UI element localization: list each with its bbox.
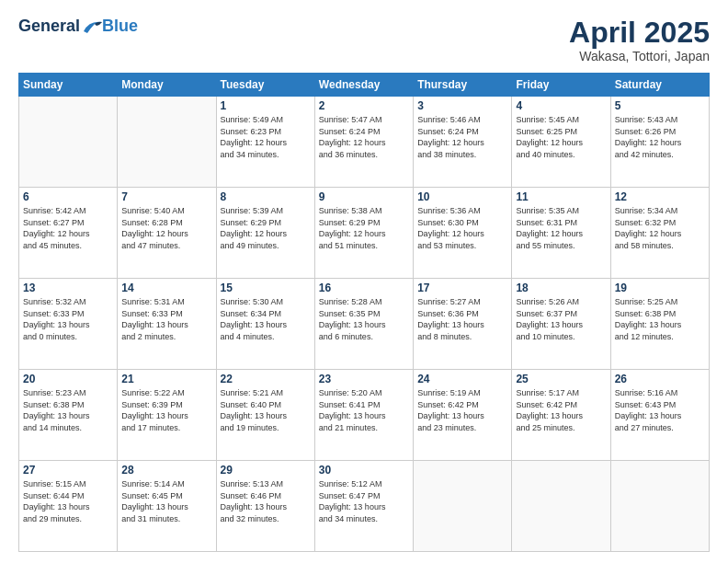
day-number: 25 (516, 373, 606, 385)
column-header-wednesday: Wednesday (314, 74, 413, 97)
day-info: Sunrise: 5:38 AM Sunset: 6:29 PM Dayligh… (319, 205, 409, 251)
day-info: Sunrise: 5:12 AM Sunset: 6:47 PM Dayligh… (319, 478, 409, 524)
calendar-cell: 24Sunrise: 5:19 AM Sunset: 6:42 PM Dayli… (414, 370, 512, 461)
week-row-4: 20Sunrise: 5:23 AM Sunset: 6:38 PM Dayli… (19, 370, 710, 461)
calendar-cell: 28Sunrise: 5:14 AM Sunset: 6:45 PM Dayli… (118, 461, 216, 552)
calendar-cell: 15Sunrise: 5:30 AM Sunset: 6:34 PM Dayli… (216, 279, 314, 370)
day-number: 2 (319, 99, 409, 112)
week-row-5: 27Sunrise: 5:15 AM Sunset: 6:44 PM Dayli… (19, 461, 710, 552)
column-header-sunday: Sunday (19, 74, 118, 97)
day-info: Sunrise: 5:20 AM Sunset: 6:41 PM Dayligh… (319, 387, 409, 433)
calendar-cell: 13Sunrise: 5:32 AM Sunset: 6:33 PM Dayli… (19, 279, 118, 370)
title-block: April 2025 Wakasa, Tottori, Japan (569, 17, 710, 63)
day-info: Sunrise: 5:47 AM Sunset: 6:24 PM Dayligh… (319, 114, 409, 160)
day-info: Sunrise: 5:28 AM Sunset: 6:35 PM Dayligh… (319, 296, 409, 342)
column-header-thursday: Thursday (414, 74, 512, 97)
calendar-cell: 16Sunrise: 5:28 AM Sunset: 6:35 PM Dayli… (314, 279, 413, 370)
day-info: Sunrise: 5:35 AM Sunset: 6:31 PM Dayligh… (516, 205, 606, 251)
day-info: Sunrise: 5:42 AM Sunset: 6:27 PM Dayligh… (23, 205, 113, 251)
logo-bird-icon (82, 18, 102, 35)
day-info: Sunrise: 5:49 AM Sunset: 6:23 PM Dayligh… (221, 114, 311, 160)
calendar-cell (512, 461, 610, 552)
day-number: 12 (615, 190, 705, 203)
day-info: Sunrise: 5:13 AM Sunset: 6:46 PM Dayligh… (221, 478, 311, 524)
calendar-cell: 5Sunrise: 5:43 AM Sunset: 6:26 PM Daylig… (610, 97, 709, 188)
day-info: Sunrise: 5:32 AM Sunset: 6:33 PM Dayligh… (23, 296, 113, 342)
day-number: 6 (23, 190, 113, 203)
day-number: 11 (516, 190, 606, 203)
calendar-cell: 23Sunrise: 5:20 AM Sunset: 6:41 PM Dayli… (314, 370, 413, 461)
day-number: 28 (121, 464, 211, 477)
day-number: 23 (319, 373, 409, 385)
calendar-cell: 7Sunrise: 5:40 AM Sunset: 6:28 PM Daylig… (118, 188, 216, 279)
day-info: Sunrise: 5:30 AM Sunset: 6:34 PM Dayligh… (221, 296, 311, 342)
week-row-2: 6Sunrise: 5:42 AM Sunset: 6:27 PM Daylig… (19, 188, 710, 279)
calendar-cell: 11Sunrise: 5:35 AM Sunset: 6:31 PM Dayli… (512, 188, 610, 279)
header: General Blue April 2025 Wakasa, Tottori,… (18, 17, 710, 63)
logo: General Blue (18, 17, 138, 36)
calendar-cell: 1Sunrise: 5:49 AM Sunset: 6:23 PM Daylig… (216, 97, 314, 188)
logo-general: General (18, 17, 80, 36)
day-number: 7 (121, 190, 211, 203)
day-number: 24 (417, 373, 507, 385)
day-number: 22 (221, 373, 311, 385)
week-row-1: 1Sunrise: 5:49 AM Sunset: 6:23 PM Daylig… (19, 97, 710, 188)
calendar-cell: 10Sunrise: 5:36 AM Sunset: 6:30 PM Dayli… (414, 188, 512, 279)
calendar-cell: 17Sunrise: 5:27 AM Sunset: 6:36 PM Dayli… (414, 279, 512, 370)
day-info: Sunrise: 5:19 AM Sunset: 6:42 PM Dayligh… (417, 387, 507, 433)
day-info: Sunrise: 5:21 AM Sunset: 6:40 PM Dayligh… (221, 387, 311, 433)
day-number: 3 (417, 99, 507, 112)
calendar-cell: 30Sunrise: 5:12 AM Sunset: 6:47 PM Dayli… (314, 461, 413, 552)
day-info: Sunrise: 5:40 AM Sunset: 6:28 PM Dayligh… (121, 205, 211, 251)
day-number: 1 (221, 99, 311, 112)
calendar-cell: 25Sunrise: 5:17 AM Sunset: 6:42 PM Dayli… (512, 370, 610, 461)
day-number: 14 (121, 282, 211, 294)
calendar-cell: 20Sunrise: 5:23 AM Sunset: 6:38 PM Dayli… (19, 370, 118, 461)
day-number: 17 (417, 282, 507, 294)
calendar-cell: 2Sunrise: 5:47 AM Sunset: 6:24 PM Daylig… (314, 97, 413, 188)
day-info: Sunrise: 5:43 AM Sunset: 6:26 PM Dayligh… (615, 114, 705, 160)
day-info: Sunrise: 5:26 AM Sunset: 6:37 PM Dayligh… (516, 296, 606, 342)
day-number: 10 (417, 190, 507, 203)
day-info: Sunrise: 5:17 AM Sunset: 6:42 PM Dayligh… (516, 387, 606, 433)
column-header-saturday: Saturday (610, 74, 709, 97)
week-row-3: 13Sunrise: 5:32 AM Sunset: 6:33 PM Dayli… (19, 279, 710, 370)
day-number: 19 (615, 282, 705, 294)
calendar-cell (414, 461, 512, 552)
day-number: 16 (319, 282, 409, 294)
calendar-cell: 4Sunrise: 5:45 AM Sunset: 6:25 PM Daylig… (512, 97, 610, 188)
day-number: 20 (23, 373, 113, 385)
calendar-cell (118, 97, 216, 188)
header-row: SundayMondayTuesdayWednesdayThursdayFrid… (19, 74, 710, 97)
day-number: 29 (221, 464, 311, 477)
calendar-cell: 27Sunrise: 5:15 AM Sunset: 6:44 PM Dayli… (19, 461, 118, 552)
day-number: 15 (221, 282, 311, 294)
calendar-cell: 26Sunrise: 5:16 AM Sunset: 6:43 PM Dayli… (610, 370, 709, 461)
day-info: Sunrise: 5:34 AM Sunset: 6:32 PM Dayligh… (615, 205, 705, 251)
calendar-cell: 18Sunrise: 5:26 AM Sunset: 6:37 PM Dayli… (512, 279, 610, 370)
column-header-friday: Friday (512, 74, 610, 97)
calendar-cell (610, 461, 709, 552)
calendar-cell: 12Sunrise: 5:34 AM Sunset: 6:32 PM Dayli… (610, 188, 709, 279)
calendar-table: SundayMondayTuesdayWednesdayThursdayFrid… (18, 73, 710, 552)
day-number: 9 (319, 190, 409, 203)
calendar-cell: 6Sunrise: 5:42 AM Sunset: 6:27 PM Daylig… (19, 188, 118, 279)
day-info: Sunrise: 5:27 AM Sunset: 6:36 PM Dayligh… (417, 296, 507, 342)
day-info: Sunrise: 5:14 AM Sunset: 6:45 PM Dayligh… (121, 478, 211, 524)
day-number: 13 (23, 282, 113, 294)
day-info: Sunrise: 5:39 AM Sunset: 6:29 PM Dayligh… (221, 205, 311, 251)
calendar-cell: 3Sunrise: 5:46 AM Sunset: 6:24 PM Daylig… (414, 97, 512, 188)
day-info: Sunrise: 5:15 AM Sunset: 6:44 PM Dayligh… (23, 478, 113, 524)
calendar-cell: 29Sunrise: 5:13 AM Sunset: 6:46 PM Dayli… (216, 461, 314, 552)
day-number: 26 (615, 373, 705, 385)
day-number: 5 (615, 99, 705, 112)
logo-blue: Blue (102, 17, 138, 36)
column-header-tuesday: Tuesday (216, 74, 314, 97)
day-info: Sunrise: 5:46 AM Sunset: 6:24 PM Dayligh… (417, 114, 507, 160)
calendar-cell: 14Sunrise: 5:31 AM Sunset: 6:33 PM Dayli… (118, 279, 216, 370)
calendar-cell: 22Sunrise: 5:21 AM Sunset: 6:40 PM Dayli… (216, 370, 314, 461)
day-number: 8 (221, 190, 311, 203)
calendar-cell: 21Sunrise: 5:22 AM Sunset: 6:39 PM Dayli… (118, 370, 216, 461)
month-title: April 2025 (569, 17, 710, 49)
day-number: 4 (516, 99, 606, 112)
